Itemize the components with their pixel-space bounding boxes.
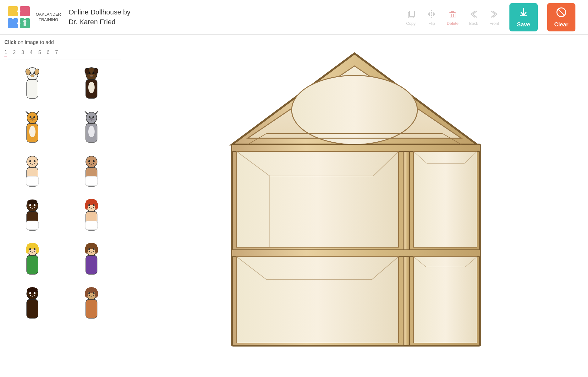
svg-point-5 xyxy=(11,16,14,19)
tab-7[interactable]: 7 xyxy=(55,50,58,57)
list-item[interactable] xyxy=(4,284,60,325)
front-icon xyxy=(489,8,500,20)
svg-rect-114 xyxy=(414,151,477,247)
list-item[interactable] xyxy=(63,196,119,237)
svg-point-83 xyxy=(34,248,36,250)
svg-rect-69 xyxy=(26,221,39,230)
svg-point-61 xyxy=(93,160,95,162)
svg-point-26 xyxy=(92,72,94,74)
list-item[interactable] xyxy=(63,152,119,193)
svg-point-53 xyxy=(88,126,95,137)
svg-rect-115 xyxy=(237,257,398,343)
svg-rect-12 xyxy=(450,13,455,18)
svg-point-45 xyxy=(89,116,91,118)
svg-point-41 xyxy=(29,126,36,137)
svg-point-46 xyxy=(92,116,94,118)
figures-grid xyxy=(3,62,121,326)
svg-marker-31 xyxy=(25,111,29,114)
front-button[interactable]: Front xyxy=(489,8,500,26)
svg-point-54 xyxy=(27,156,38,167)
svg-rect-63 xyxy=(85,176,98,186)
logo-text: OAKLANDER TRAINING xyxy=(36,12,61,23)
svg-point-75 xyxy=(93,204,95,206)
svg-point-35 xyxy=(31,118,34,120)
svg-rect-84 xyxy=(27,255,38,274)
svg-point-65 xyxy=(27,199,37,205)
svg-point-81 xyxy=(36,246,39,254)
list-item[interactable] xyxy=(63,240,119,281)
svg-marker-32 xyxy=(36,111,39,114)
delete-icon xyxy=(447,8,458,20)
svg-rect-11 xyxy=(409,11,415,17)
svg-rect-0 xyxy=(8,6,18,16)
canvas-area[interactable] xyxy=(124,35,588,377)
svg-rect-109 xyxy=(232,145,480,151)
svg-point-67 xyxy=(34,204,36,206)
save-label: Save xyxy=(517,21,530,28)
list-item[interactable] xyxy=(4,108,60,149)
svg-point-6 xyxy=(23,16,26,19)
list-item[interactable] xyxy=(4,240,60,281)
svg-point-102 xyxy=(93,292,95,294)
app-title: Online Dollhouse by Dr. Karen Fried xyxy=(69,8,130,27)
svg-point-93 xyxy=(27,287,38,293)
tab-5[interactable]: 5 xyxy=(38,50,41,57)
tab-6[interactable]: 6 xyxy=(47,50,50,57)
svg-point-33 xyxy=(30,116,31,118)
figures-grid-wrapper[interactable] xyxy=(3,62,121,372)
svg-rect-103 xyxy=(86,299,97,318)
delete-button[interactable]: Delete xyxy=(447,8,459,26)
list-item[interactable] xyxy=(4,152,60,193)
svg-point-29 xyxy=(88,82,95,93)
tab-4[interactable]: 4 xyxy=(30,50,33,57)
clear-button[interactable]: Clear xyxy=(547,3,575,31)
svg-point-90 xyxy=(93,248,95,250)
back-icon xyxy=(468,8,479,20)
click-instruction: Click on image to add xyxy=(3,40,121,45)
svg-point-7 xyxy=(17,22,20,25)
toolbar: Copy Flip Delete xyxy=(405,3,575,31)
sidebar: Click on image to add 1 2 3 4 5 6 7 xyxy=(0,35,124,377)
svg-point-72 xyxy=(85,202,88,210)
svg-rect-21 xyxy=(27,79,38,98)
save-button[interactable]: Save xyxy=(509,3,538,31)
svg-point-4 xyxy=(17,10,20,13)
svg-point-60 xyxy=(88,160,90,162)
svg-point-99 xyxy=(85,290,88,298)
svg-point-55 xyxy=(29,160,31,162)
svg-marker-43 xyxy=(85,111,88,114)
copy-button[interactable]: Copy xyxy=(405,8,416,26)
svg-point-80 xyxy=(26,246,29,254)
flip-button[interactable]: Flip xyxy=(426,8,437,26)
svg-point-87 xyxy=(85,246,88,254)
list-item[interactable] xyxy=(4,196,60,237)
svg-rect-9 xyxy=(24,23,26,26)
flip-icon xyxy=(426,8,437,20)
tab-3[interactable]: 3 xyxy=(21,50,24,57)
svg-point-95 xyxy=(34,292,36,294)
svg-point-59 xyxy=(86,156,97,167)
header: OAKLANDER TRAINING Online Dollhouse by D… xyxy=(0,0,588,35)
svg-point-25 xyxy=(89,72,91,74)
list-item[interactable] xyxy=(63,284,119,325)
svg-point-101 xyxy=(88,292,90,294)
tab-2[interactable]: 2 xyxy=(13,50,16,57)
back-button[interactable]: Back xyxy=(468,8,479,26)
svg-point-8 xyxy=(23,20,26,23)
clear-icon xyxy=(556,7,567,19)
svg-point-82 xyxy=(29,248,31,250)
list-item[interactable] xyxy=(4,64,60,105)
svg-rect-13 xyxy=(520,15,527,16)
tab-1[interactable]: 1 xyxy=(4,50,7,57)
svg-rect-91 xyxy=(86,255,97,274)
svg-marker-44 xyxy=(95,111,98,114)
svg-point-89 xyxy=(88,248,90,250)
svg-point-56 xyxy=(34,160,36,162)
svg-point-66 xyxy=(29,204,31,206)
list-item[interactable] xyxy=(63,64,119,105)
main-layout: Click on image to add 1 2 3 4 5 6 7 xyxy=(0,35,588,377)
svg-point-100 xyxy=(95,290,98,298)
clear-label: Clear xyxy=(554,21,568,28)
list-item[interactable] xyxy=(63,108,119,149)
svg-rect-110 xyxy=(232,250,480,257)
